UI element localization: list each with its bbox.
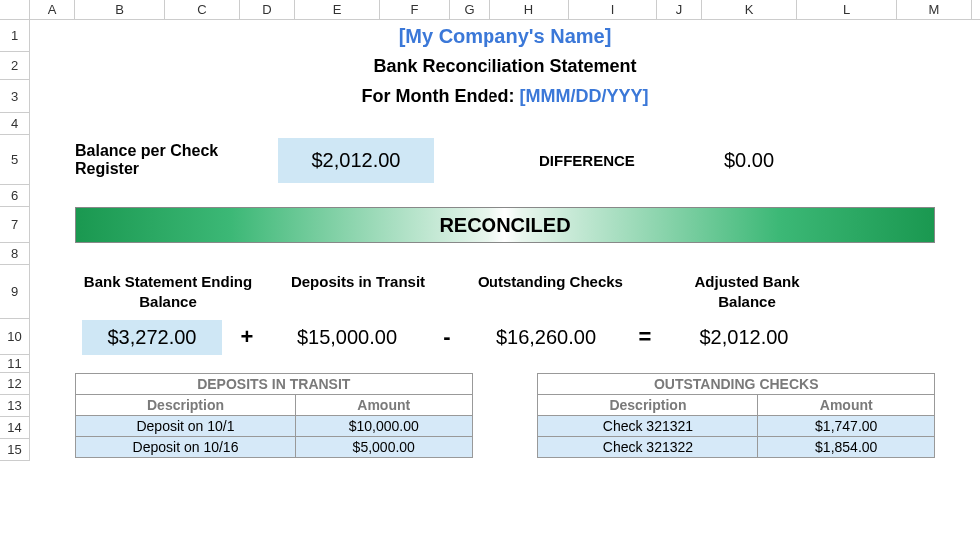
calc-headers: Bank Statement Ending Balance Deposits i… bbox=[30, 265, 980, 319]
col-header-G[interactable]: G bbox=[450, 0, 490, 19]
deposit-amt[interactable]: $5,000.00 bbox=[296, 437, 473, 458]
row-header-8[interactable]: 8 bbox=[0, 243, 30, 265]
row-header-3[interactable]: 3 bbox=[0, 80, 30, 113]
col-header-L[interactable]: L bbox=[797, 0, 897, 19]
row-6-spacer bbox=[30, 185, 980, 207]
row-header-13[interactable]: 13 bbox=[0, 395, 30, 417]
deposit-desc[interactable]: Deposit on 10/1 bbox=[76, 416, 296, 437]
tables-row: DEPOSITS IN TRANSIT Description Amount D… bbox=[30, 373, 980, 458]
row-header-12[interactable]: 12 bbox=[0, 373, 30, 395]
select-all-corner[interactable] bbox=[0, 0, 30, 19]
header-adjusted-balance[interactable]: Adjusted Bank Balance bbox=[667, 273, 827, 311]
col-header-C[interactable]: C bbox=[165, 0, 240, 19]
col-header-E[interactable]: E bbox=[295, 0, 380, 19]
column-headers: A B C D E F G H I J K L M bbox=[0, 0, 980, 20]
deposits-col-description[interactable]: Description bbox=[76, 395, 296, 416]
col-header-A[interactable]: A bbox=[30, 0, 75, 19]
balance-register-value[interactable]: $2,012.00 bbox=[278, 138, 434, 183]
header-deposits-transit[interactable]: Deposits in Transit bbox=[288, 273, 428, 292]
deposits-col-amount[interactable]: Amount bbox=[296, 395, 473, 416]
header-bank-ending[interactable]: Bank Statement Ending Balance bbox=[78, 273, 258, 311]
grid-content[interactable]: [My Company's Name] Bank Reconciliation … bbox=[30, 20, 980, 546]
row-header-2[interactable]: 2 bbox=[0, 52, 30, 80]
col-header-M[interactable]: M bbox=[897, 0, 972, 19]
col-header-J[interactable]: J bbox=[657, 0, 702, 19]
checks-title[interactable]: OUTSTANDING CHECKS bbox=[538, 374, 935, 395]
col-header-H[interactable]: H bbox=[490, 0, 569, 19]
balance-row: Balance per Check Register $2,012.00 DIF… bbox=[30, 135, 980, 185]
deposit-desc[interactable]: Deposit on 10/16 bbox=[76, 437, 296, 458]
checks-col-amount[interactable]: Amount bbox=[758, 395, 935, 416]
row-header-15[interactable]: 15 bbox=[0, 439, 30, 461]
operator-minus: - bbox=[422, 324, 472, 350]
check-amt[interactable]: $1,854.00 bbox=[758, 437, 935, 458]
reconciled-banner[interactable]: RECONCILED bbox=[75, 207, 935, 243]
col-header-B[interactable]: B bbox=[75, 0, 165, 19]
operator-equals: = bbox=[621, 324, 669, 350]
checks-table[interactable]: OUTSTANDING CHECKS Description Amount Ch… bbox=[537, 373, 935, 458]
month-value: [MMM/DD/YYY] bbox=[519, 86, 648, 106]
table-row[interactable]: Deposit on 10/1 $10,000.00 bbox=[76, 416, 473, 437]
statement-title[interactable]: Bank Reconciliation Statement bbox=[30, 52, 980, 80]
row-header-14[interactable]: 14 bbox=[0, 417, 30, 439]
row-header-4[interactable]: 4 bbox=[0, 113, 30, 135]
check-amt[interactable]: $1,747.00 bbox=[758, 416, 935, 437]
balance-register-label[interactable]: Balance per Check Register bbox=[30, 142, 280, 178]
table-row[interactable]: Deposit on 10/16 $5,000.00 bbox=[76, 437, 473, 458]
value-bank-ending[interactable]: $3,272.00 bbox=[82, 320, 222, 355]
deposit-amt[interactable]: $10,000.00 bbox=[296, 416, 473, 437]
table-row[interactable]: Check 321322 $1,854.00 bbox=[538, 437, 935, 458]
col-header-I[interactable]: I bbox=[569, 0, 657, 19]
month-ended[interactable]: For Month Ended: [MMM/DD/YYY] bbox=[30, 80, 980, 113]
operator-plus: + bbox=[222, 324, 272, 350]
row-4-spacer bbox=[30, 113, 980, 135]
row-8-spacer bbox=[30, 243, 980, 265]
row-11-spacer bbox=[30, 355, 980, 373]
col-header-K[interactable]: K bbox=[702, 0, 797, 19]
value-adjusted-balance[interactable]: $2,012.00 bbox=[669, 326, 819, 349]
spreadsheet: A B C D E F G H I J K L M 12345678910111… bbox=[0, 0, 980, 546]
row-header-11[interactable]: 11 bbox=[0, 355, 30, 373]
checks-col-description[interactable]: Description bbox=[538, 395, 758, 416]
row-header-1[interactable]: 1 bbox=[0, 20, 30, 52]
company-name[interactable]: [My Company's Name] bbox=[30, 20, 980, 52]
table-row[interactable]: Check 321321 $1,747.00 bbox=[538, 416, 935, 437]
row-header-7[interactable]: 7 bbox=[0, 207, 30, 243]
check-desc[interactable]: Check 321321 bbox=[538, 416, 758, 437]
check-desc[interactable]: Check 321322 bbox=[538, 437, 758, 458]
value-outstanding-checks[interactable]: $16,260.00 bbox=[472, 326, 621, 349]
table-gap bbox=[473, 373, 538, 458]
row-header-5[interactable]: 5 bbox=[0, 135, 30, 185]
month-prefix: For Month Ended: bbox=[362, 86, 520, 106]
difference-value[interactable]: $0.00 bbox=[724, 149, 774, 172]
row-header-9[interactable]: 9 bbox=[0, 265, 30, 319]
header-outstanding-checks[interactable]: Outstanding Checks bbox=[476, 273, 625, 292]
value-deposits-transit[interactable]: $15,000.00 bbox=[272, 326, 422, 349]
deposits-title[interactable]: DEPOSITS IN TRANSIT bbox=[76, 374, 473, 395]
deposits-table[interactable]: DEPOSITS IN TRANSIT Description Amount D… bbox=[75, 373, 473, 458]
difference-label[interactable]: DIFFERENCE bbox=[539, 152, 679, 169]
col-header-F[interactable]: F bbox=[380, 0, 450, 19]
row-header-10[interactable]: 10 bbox=[0, 319, 30, 355]
row-header-6[interactable]: 6 bbox=[0, 185, 30, 207]
calc-values: $3,272.00 + $15,000.00 - $16,260.00 = $2… bbox=[30, 319, 980, 355]
col-header-D[interactable]: D bbox=[240, 0, 295, 19]
row-headers: 123456789101112131415 bbox=[0, 20, 30, 461]
